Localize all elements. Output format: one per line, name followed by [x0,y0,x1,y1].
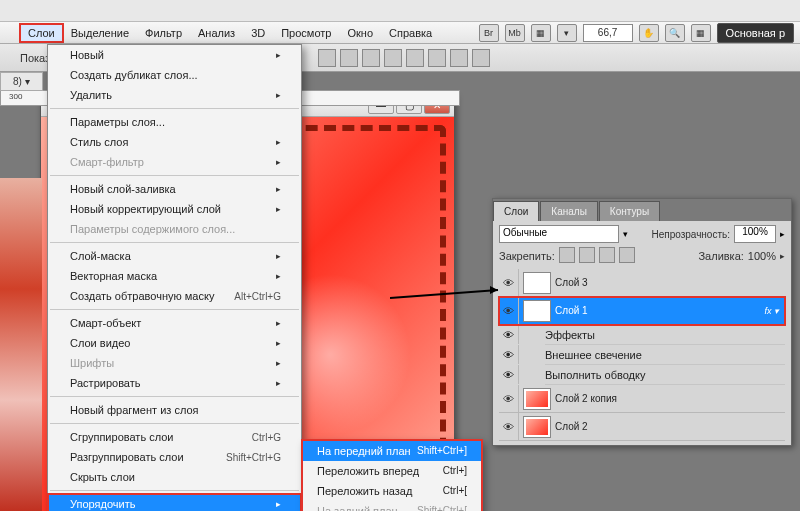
layers-panel-tabs: Слои Каналы Контуры [493,199,791,221]
tab-paths[interactable]: Контуры [599,201,660,221]
submenu-send-backward[interactable]: Переложить назадCtrl+[ [303,481,481,501]
arrange-icon[interactable]: ▾ [557,24,577,42]
layer-name: Слой 2 [555,421,588,432]
visibility-eye-icon[interactable]: 👁 [499,413,519,440]
effect-item[interactable]: 👁Внешнее свечение [545,345,785,365]
br-icon[interactable]: Br [479,24,499,42]
menu-layer-mask[interactable]: Слой-маска▸ [48,246,301,266]
align-icon[interactable] [406,49,424,67]
menu-delete[interactable]: Удалить▸ [48,85,301,105]
layer-row[interactable]: 👁 Слой 2 копия [499,385,785,413]
lock-position-icon[interactable] [599,247,615,263]
align-icon[interactable] [340,49,358,67]
menu-separator [50,242,299,243]
arrange-submenu: На передний планShift+Ctrl+] Переложить … [302,440,482,511]
layer-effects-list: 👁Эффекты 👁Внешнее свечение 👁Выполнить об… [499,325,785,385]
tab-layers[interactable]: Слои [493,201,539,221]
menu-separator [50,108,299,109]
layer-row[interactable]: 👁 Слой 2 [499,413,785,441]
view-extras-icon[interactable]: ▦ [691,24,711,42]
menu-item-view[interactable]: Просмотр [273,24,339,42]
menu-item-help[interactable]: Справка [381,24,440,42]
layers-panel-body: Обычные ▾ Непрозрачность: 100% ▸ Закрепи… [493,221,791,445]
align-icon[interactable] [362,49,380,67]
effect-item[interactable]: 👁Выполнить обводку [545,365,785,385]
screen-mode-icon[interactable]: ▦ [531,24,551,42]
menu-item-selection[interactable]: Выделение [63,24,137,42]
document-tab[interactable]: 8) ▾ [0,72,43,91]
menu-separator [50,175,299,176]
align-icon[interactable] [450,49,468,67]
layers-menu-dropdown: Новый▸ Создать дубликат слоя... Удалить▸… [47,44,302,511]
layers-panel: Слои Каналы Контуры Обычные ▾ Непрозрачн… [492,198,792,446]
zoom-icon[interactable]: 🔍 [665,24,685,42]
menu-type: Шрифты▸ [48,353,301,373]
opacity-value[interactable]: 100% [734,225,776,243]
lock-transparent-icon[interactable] [559,247,575,263]
layer-thumb[interactable] [523,416,551,438]
workspace-label[interactable]: Основная р [717,23,794,43]
menu-rasterize[interactable]: Растрировать▸ [48,373,301,393]
layer-row-selected[interactable]: 👁 Слой 1 fx ▾ [499,297,785,325]
tab-channels[interactable]: Каналы [540,201,598,221]
menu-layer-properties[interactable]: Параметры слоя... [48,112,301,132]
mb-icon[interactable]: Mb [505,24,525,42]
menu-create-clipping-mask[interactable]: Создать обтравочную маскуAlt+Ctrl+G [48,286,301,306]
menu-video-layers[interactable]: Слои видео▸ [48,333,301,353]
lock-all-icon[interactable] [619,247,635,263]
menu-separator [50,423,299,424]
options-show-label: Показ [20,52,50,64]
menu-new[interactable]: Новый▸ [48,45,301,65]
layer-thumb[interactable] [523,272,551,294]
menubar-right-tools: Br Mb ▦ ▾ 66,7 ✋ 🔍 ▦ Основная р [479,23,800,43]
layer-name: Слой 3 [555,277,588,288]
layer-name: Слой 2 копия [555,393,617,404]
visibility-eye-icon[interactable]: 👁 [499,385,519,412]
effects-header[interactable]: 👁Эффекты [545,325,785,345]
submenu-bring-to-front[interactable]: На передний планShift+Ctrl+] [303,441,481,461]
svg-marker-1 [490,286,498,294]
fill-value[interactable]: 100% [748,250,776,262]
menu-separator [50,309,299,310]
zoom-value[interactable]: 66,7 [583,24,633,42]
hand-icon[interactable]: ✋ [639,24,659,42]
menu-ungroup-layers[interactable]: Разгруппировать слоиShift+Ctrl+G [48,447,301,467]
fx-badge[interactable]: fx ▾ [764,306,779,316]
submenu-send-to-back: На задний планShift+Ctrl+[ [303,501,481,511]
menu-separator [50,396,299,397]
menu-item-3d[interactable]: 3D [243,24,273,42]
lock-image-icon[interactable] [579,247,595,263]
layer-name: Слой 1 [555,305,588,316]
lock-label: Закрепить: [499,250,555,262]
menu-item-filter[interactable]: Фильтр [137,24,190,42]
menu-hide-layers[interactable]: Скрыть слои [48,467,301,487]
menu-arrange[interactable]: Упорядочить▸ [48,494,301,511]
menu-item-window[interactable]: Окно [339,24,381,42]
align-icon[interactable] [384,49,402,67]
menu-group-layers[interactable]: Сгруппировать слоиCtrl+G [48,427,301,447]
submenu-bring-forward[interactable]: Переложить впередCtrl+] [303,461,481,481]
annotation-arrow [390,298,510,299]
layer-thumb[interactable] [523,300,551,322]
menu-smart-object[interactable]: Смарт-объект▸ [48,313,301,333]
align-icon[interactable] [428,49,446,67]
menu-vector-mask[interactable]: Векторная маска▸ [48,266,301,286]
menu-item-layers[interactable]: Слои [20,24,63,42]
blend-mode-select[interactable]: Обычные [499,225,619,243]
menu-layer-content-options: Параметры содержимого слоя... [48,219,301,239]
menu-duplicate-layer[interactable]: Создать дубликат слоя... [48,65,301,85]
menu-smart-filter: Смарт-фильтр▸ [48,152,301,172]
layer-list: 👁 Слой 3 👁 Слой 1 fx ▾ 👁Эффекты 👁Внешнее… [499,269,785,441]
menu-layer-style[interactable]: Стиль слоя▸ [48,132,301,152]
menu-new-slice-from-layer[interactable]: Новый фрагмент из слоя [48,400,301,420]
menu-separator [50,490,299,491]
layer-thumb[interactable] [523,388,551,410]
align-icon[interactable] [472,49,490,67]
svg-line-0 [390,290,498,298]
menu-item-analysis[interactable]: Анализ [190,24,243,42]
menu-new-fill-layer[interactable]: Новый слой-заливка▸ [48,179,301,199]
layer-row[interactable]: 👁 Слой 3 [499,269,785,297]
left-image-strip [0,178,42,511]
menu-new-adjustment-layer[interactable]: Новый корректирующий слой▸ [48,199,301,219]
align-icon[interactable] [318,49,336,67]
